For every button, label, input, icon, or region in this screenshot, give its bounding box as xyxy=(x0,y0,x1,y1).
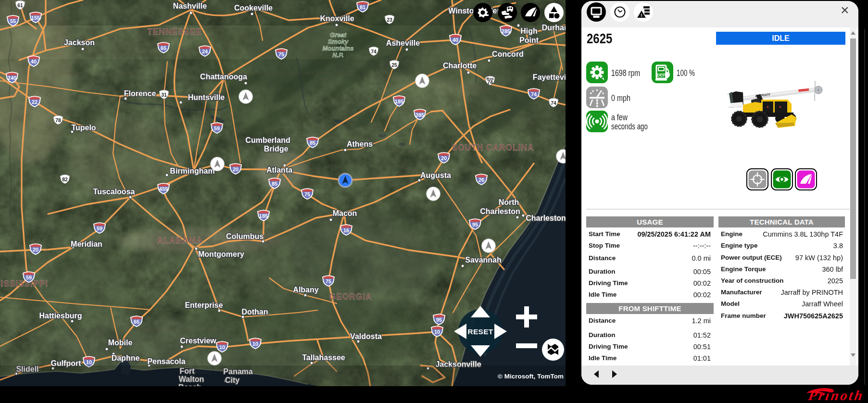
svg-text:74: 74 xyxy=(371,49,377,54)
svg-text:Columbus: Columbus xyxy=(226,232,264,240)
svg-text:95: 95 xyxy=(436,317,442,323)
svg-text:20: 20 xyxy=(441,155,447,161)
svg-text:185: 185 xyxy=(395,99,403,104)
svg-text:Daphne: Daphne xyxy=(112,354,140,362)
svg-text:10: 10 xyxy=(219,344,225,350)
svg-text:Charlotte: Charlotte xyxy=(443,62,477,70)
svg-text:Hattiesburg: Hattiesburg xyxy=(39,312,82,320)
svg-text:N.P.: N.P. xyxy=(332,51,344,59)
svg-text:Durham: Durham xyxy=(542,24,566,32)
svg-text:61: 61 xyxy=(17,2,23,8)
svg-text:Athens: Athens xyxy=(347,140,373,148)
svg-text:Cumberland: Cumberland xyxy=(245,136,290,144)
svg-text:385: 385 xyxy=(415,112,424,118)
svg-text:Macon: Macon xyxy=(333,209,357,217)
svg-text:85: 85 xyxy=(310,140,315,146)
svg-text:Jackson: Jackson xyxy=(64,38,95,47)
svg-text:59: 59 xyxy=(26,275,32,280)
svg-text:31: 31 xyxy=(161,92,167,98)
svg-text:59: 59 xyxy=(97,226,102,231)
svg-text:Asheville: Asheville xyxy=(386,39,420,47)
svg-text:!: ! xyxy=(641,13,642,18)
svg-text:RESET: RESET xyxy=(467,327,493,336)
svg-text:81: 81 xyxy=(360,4,365,10)
svg-text:Nashville: Nashville xyxy=(173,2,207,10)
svg-text:26: 26 xyxy=(478,177,484,183)
svg-text:78: 78 xyxy=(55,117,61,123)
svg-text:Tuscaloosa: Tuscaloosa xyxy=(93,188,135,196)
svg-text:82: 82 xyxy=(62,176,68,182)
svg-text:Albany: Albany xyxy=(293,286,318,294)
svg-text:GEORGIA: GEORGIA xyxy=(329,292,372,302)
svg-text:40: 40 xyxy=(31,59,37,64)
svg-text:1698 rpm: 1698 rpm xyxy=(611,68,640,78)
svg-text:20: 20 xyxy=(233,166,239,172)
svg-text:Crestview: Crestview xyxy=(180,337,216,345)
svg-text:10: 10 xyxy=(86,359,92,365)
svg-text:ALABAMA: ALABAMA xyxy=(157,236,203,245)
svg-text:TENNESSEE: TENNESSEE xyxy=(147,27,202,37)
svg-text:North: North xyxy=(499,198,519,206)
svg-text:Pensacola: Pensacola xyxy=(147,357,185,365)
svg-text:75: 75 xyxy=(326,278,331,284)
svg-text:Bridge: Bridge xyxy=(264,145,289,153)
svg-text:75: 75 xyxy=(304,191,310,197)
svg-text:Dothan: Dothan xyxy=(241,308,268,316)
svg-text:40: 40 xyxy=(453,37,458,43)
svg-text:100 %: 100 % xyxy=(677,68,695,78)
svg-text:Knoxville: Knoxville xyxy=(320,14,354,23)
svg-text:155: 155 xyxy=(31,15,40,21)
svg-text:74: 74 xyxy=(487,79,493,85)
svg-text:459: 459 xyxy=(159,186,168,192)
svg-text:Tallahassee: Tallahassee xyxy=(302,353,345,362)
svg-text:95: 95 xyxy=(472,222,478,227)
svg-text:Charleston: Charleston xyxy=(480,207,520,215)
svg-text:65: 65 xyxy=(161,45,166,51)
svg-text:10: 10 xyxy=(434,329,440,335)
svg-text:Birmingham: Birmingham xyxy=(170,167,214,175)
svg-text:Mobile: Mobile xyxy=(108,339,133,347)
svg-text:Valdosta: Valdosta xyxy=(350,332,382,340)
svg-text:Enterprise: Enterprise xyxy=(185,301,223,309)
svg-text:a few: a few xyxy=(611,112,628,122)
svg-text:© Microsoft, TomTom: © Microsoft, TomTom xyxy=(498,373,564,380)
svg-text:185: 185 xyxy=(259,213,268,219)
svg-text:Atlanta: Atlanta xyxy=(266,166,292,174)
svg-text:Cookeville: Cookeville xyxy=(234,4,273,12)
svg-text:Charleston: Charleston xyxy=(526,214,566,222)
svg-text:seconds ago: seconds ago xyxy=(611,121,648,131)
svg-text:Florence: Florence xyxy=(124,89,156,98)
svg-text:Montgomery: Montgomery xyxy=(198,250,244,258)
svg-text:23: 23 xyxy=(387,17,392,23)
svg-text:240: 240 xyxy=(8,75,16,81)
svg-text:High: High xyxy=(520,27,538,35)
svg-text:22: 22 xyxy=(32,99,38,105)
svg-text:Fayettevill: Fayettevill xyxy=(533,73,566,81)
svg-text:24: 24 xyxy=(202,49,208,54)
svg-text:Concord: Concord xyxy=(492,50,524,58)
svg-text:75: 75 xyxy=(278,51,284,57)
svg-text:85: 85 xyxy=(272,181,277,187)
svg-text:Chattanooga: Chattanooga xyxy=(200,73,247,81)
svg-text:16: 16 xyxy=(343,227,349,233)
svg-text:74: 74 xyxy=(531,91,537,97)
svg-text:DEF: DEF xyxy=(657,73,665,77)
svg-text:Savannah: Savannah xyxy=(465,256,502,264)
svg-text:59: 59 xyxy=(214,126,220,131)
svg-text:Tupelo: Tupelo xyxy=(71,124,96,132)
svg-text:Meridian: Meridian xyxy=(71,240,102,248)
svg-text:10: 10 xyxy=(252,341,258,347)
svg-text:Augusta: Augusta xyxy=(420,171,451,179)
svg-text:55: 55 xyxy=(10,18,16,24)
svg-text:Smoky: Smoky xyxy=(328,38,349,45)
svg-text:SOUTH CAROLINA: SOUTH CAROLINA xyxy=(452,143,534,152)
svg-text:Great: Great xyxy=(330,31,347,38)
svg-text:0 mph: 0 mph xyxy=(611,93,630,103)
svg-text:Mountains: Mountains xyxy=(323,45,354,52)
svg-text:MISSISSIPPI: MISSISSIPPI xyxy=(0,279,48,289)
svg-text:285: 285 xyxy=(502,28,510,34)
svg-text:20: 20 xyxy=(33,247,38,252)
svg-text:65: 65 xyxy=(134,319,139,325)
svg-text:Point: Point xyxy=(519,36,539,44)
svg-text:25: 25 xyxy=(391,62,397,68)
